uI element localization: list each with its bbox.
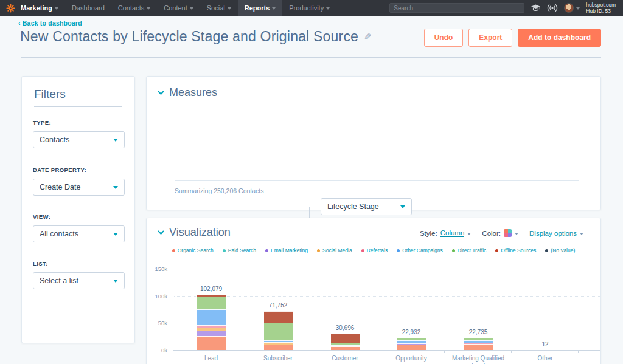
segment-other-campaigns[interactable] [331, 345, 360, 346]
x-axis-tick [578, 351, 579, 353]
segment-other-campaigns[interactable] [264, 340, 293, 342]
undo-button[interactable]: Undo [424, 29, 464, 47]
x-axis-category-label: Opportunity [378, 355, 445, 362]
search-input[interactable] [389, 3, 524, 13]
nav-item-marketing[interactable]: Marketing [19, 0, 65, 16]
segment-organic-search[interactable] [331, 346, 360, 350]
account-domain: hubspot.com [586, 2, 616, 8]
account-menu[interactable] [564, 3, 580, 13]
export-button[interactable]: Export [468, 29, 512, 47]
chevron-down-icon [113, 280, 118, 283]
hubspot-sprocket-icon[interactable] [0, 4, 19, 13]
x-axis-tick [444, 351, 445, 353]
nav-item-reports[interactable]: Reports [238, 0, 283, 16]
measures-title: Measures [169, 86, 217, 99]
filter-label: DATE PROPERTY: [33, 167, 125, 173]
segment-direct-traffic[interactable] [397, 338, 426, 340]
stacked-column-chart: 0k50k100k150k102,079Lead71,752Subscriber… [147, 218, 602, 364]
column-value-label: 12 [512, 341, 579, 348]
segment-other-campaigns[interactable] [464, 340, 493, 343]
x-axis-category-label: Lead [178, 355, 245, 362]
top-nav: MarketingDashboardContactsContentSocialR… [0, 0, 623, 16]
segment-referrals[interactable] [197, 325, 226, 328]
nav-item-productivity[interactable]: Productivity [282, 0, 336, 16]
avatar [564, 3, 574, 13]
x-axis-tick [311, 351, 312, 353]
x-axis-tick [511, 351, 512, 353]
chevron-down-icon [113, 139, 118, 142]
measures-section-toggle[interactable]: Measures [158, 86, 217, 99]
segment-offline-sources[interactable] [197, 295, 226, 297]
filters-divider [34, 106, 122, 107]
nav-item-content[interactable]: Content [157, 0, 200, 16]
segment-referrals[interactable] [464, 343, 493, 344]
column-value-label: 30,696 [312, 325, 378, 331]
y-axis-tick: 0k [148, 347, 167, 354]
nav-item-dashboard[interactable]: Dashboard [65, 0, 111, 16]
filter-dropdown[interactable]: Contacts [33, 131, 125, 148]
column-value-label: 71,752 [245, 302, 312, 309]
x-axis-category-label: Other [512, 355, 579, 362]
nav-utilities: hubspot.com Hub ID: 53 [389, 0, 623, 16]
header-divider [21, 57, 601, 58]
filter-field-list: LIST:Select a list [33, 260, 125, 289]
chevron-down-icon [113, 186, 118, 189]
filter-field-view: VIEW:All contacts [33, 213, 125, 242]
segment-direct-traffic[interactable] [464, 338, 493, 340]
y-axis-tick: 150k [148, 266, 167, 272]
chevron-down-icon [113, 233, 118, 236]
back-chevron-icon: ‹ [18, 19, 23, 27]
filter-dropdown[interactable]: Create Date [33, 179, 125, 196]
hub-id: Hub ID: 53 [586, 8, 616, 14]
filters-panel: Filters TYPE:ContactsDATE PROPERTY:Creat… [21, 76, 135, 343]
x-axis-tick [245, 351, 245, 353]
segment-offline-sources[interactable] [331, 334, 360, 343]
filter-dropdown[interactable]: All contacts [33, 225, 125, 242]
segment-other-campaigns[interactable] [397, 340, 426, 343]
segment-email-marketing[interactable] [197, 331, 226, 336]
segment-organic-search[interactable] [197, 336, 226, 350]
measures-panel: Measures Lifecycle Stage BY Count of Con… [146, 76, 601, 210]
segment-social-media[interactable] [264, 342, 293, 345]
segment-organic-search[interactable] [264, 345, 293, 350]
chevron-down-icon [55, 7, 58, 10]
filter-dropdown[interactable]: Select a list [33, 272, 125, 289]
broadcast-icon[interactable] [547, 4, 558, 12]
account-info: hubspot.com Hub ID: 53 [586, 2, 616, 14]
x-axis-category-label: Subscriber [245, 355, 312, 362]
x-axis-line [173, 350, 600, 351]
nav-menu: MarketingDashboardContactsContentSocialR… [0, 0, 336, 16]
edit-pencil-icon[interactable]: ✎ [364, 32, 372, 43]
segment-direct-traffic[interactable] [331, 343, 360, 345]
segment-direct-traffic[interactable] [197, 297, 226, 309]
segment-social-media[interactable] [197, 328, 226, 331]
filter-label: VIEW: [33, 213, 125, 220]
segment-direct-traffic[interactable] [264, 323, 293, 341]
add-to-dashboard-button[interactable]: Add to dashboard [518, 29, 601, 47]
y-axis-tick: 50k [148, 320, 167, 326]
chevron-down-icon [272, 7, 276, 10]
x-axis-tick [178, 351, 178, 353]
segment-email-marketing[interactable] [397, 343, 426, 345]
chevron-down-icon [190, 7, 193, 10]
page-title: New Contacts by Lifecycle Stage and Orig… [20, 29, 358, 45]
segment-offline-sources[interactable] [264, 311, 293, 323]
nav-item-contacts[interactable]: Contacts [111, 0, 157, 16]
chevron-down-icon [576, 7, 580, 10]
segment-other-campaigns[interactable] [197, 309, 226, 325]
column-lead[interactable] [197, 218, 226, 350]
segment-organic-search[interactable] [397, 345, 426, 350]
chevron-down-icon [158, 91, 164, 95]
lifecycle-stage-dropdown[interactable]: Lifecycle Stage [321, 198, 412, 215]
column-other[interactable] [531, 218, 560, 350]
x-axis-category-label: Customer [312, 355, 378, 362]
column-value-label: 22,735 [445, 329, 512, 335]
segment-organic-search[interactable] [464, 344, 493, 350]
filter-field-date-property: DATE PROPERTY:Create Date [33, 167, 125, 196]
nav-item-social[interactable]: Social [200, 0, 238, 16]
column-value-label: 22,932 [378, 329, 445, 335]
academy-cap-icon[interactable] [531, 4, 541, 12]
visualization-panel: Visualization Style: Column Color: Displ… [146, 218, 601, 364]
back-to-dashboard-link[interactable]: ‹ Back to dashboard [18, 19, 82, 27]
column-subscriber[interactable] [264, 218, 293, 350]
